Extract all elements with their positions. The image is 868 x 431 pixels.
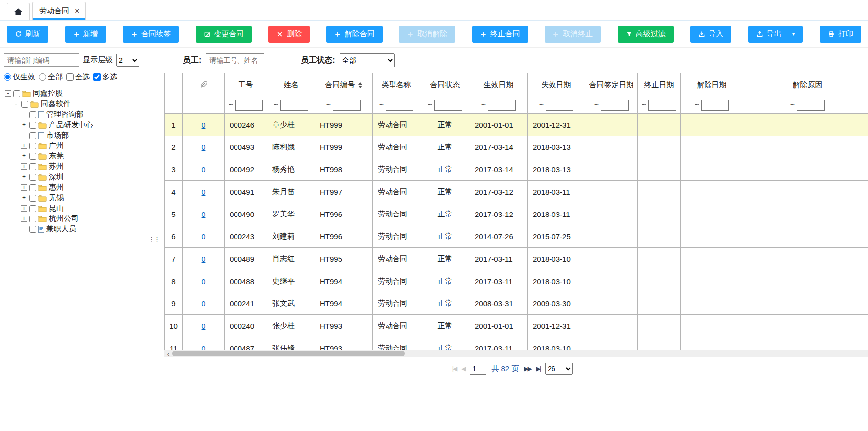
attachment-count-link[interactable]: 0 (202, 300, 206, 308)
table-row[interactable]: 50000490罗美华HT996劳动合同正常2017-03-122018-03-… (165, 203, 868, 225)
export-dropdown-caret[interactable]: ▾ (788, 31, 795, 37)
column-filter-input[interactable] (797, 100, 825, 111)
column-filter-input[interactable] (333, 100, 361, 111)
tree-node-checkbox[interactable] (29, 226, 36, 233)
page-size-select[interactable]: 26 (545, 363, 573, 375)
next-page-button[interactable]: ▶▶ (524, 365, 531, 372)
attachment-count-link[interactable]: 0 (202, 255, 206, 263)
tree-node-checkbox[interactable] (29, 216, 36, 222)
attachment-count-link[interactable]: 0 (202, 345, 206, 350)
table-row[interactable]: 60000243刘建莉HT996劳动合同正常2014-07-262015-07-… (165, 225, 868, 248)
select-all-checkbox[interactable] (66, 73, 74, 81)
column-header-start-date[interactable]: 生效日期 (470, 73, 528, 97)
scrollbar-thumb[interactable] (172, 351, 405, 356)
last-page-button[interactable]: ▶| (536, 365, 540, 372)
column-filter-input[interactable] (648, 100, 676, 111)
column-header-status[interactable]: 合同状态 (420, 73, 470, 97)
print-button[interactable]: 打印 (820, 26, 861, 43)
tab-home[interactable] (7, 3, 30, 20)
tree-node-checkbox[interactable] (29, 184, 36, 191)
table-row[interactable]: 30000492杨秀艳HT998劳动合同正常2017-03-142018-03-… (165, 158, 868, 181)
advanced-filter-button[interactable]: 高级过滤 (618, 26, 674, 43)
tree-node[interactable]: -同鑫控股 (5, 88, 147, 99)
tree-node-checkbox[interactable] (29, 132, 36, 139)
tree-node[interactable]: 兼职人员 (5, 224, 147, 234)
expand-icon[interactable]: + (21, 184, 27, 191)
column-header-sign-date[interactable]: 合同签定日期 (585, 73, 638, 97)
prev-page-button[interactable]: ◀ (461, 365, 465, 372)
horizontal-scrollbar[interactable]: ‹ (164, 350, 868, 357)
import-button[interactable]: 导入 (690, 26, 731, 43)
employee-search-input[interactable] (206, 53, 264, 67)
tree-node[interactable]: +惠州 (5, 182, 147, 193)
column-header-release-reason[interactable]: 解除原因 (743, 73, 868, 97)
export-button[interactable]: 导出 ▾ (748, 26, 803, 43)
tree-node[interactable]: +深圳 (5, 172, 147, 182)
tree-node[interactable]: 市场部 (5, 130, 147, 141)
tree-node[interactable]: +产品研发中心 (5, 120, 147, 130)
table-row[interactable]: 20000493陈利娥HT999劳动合同正常2017-03-142018-03-… (165, 136, 868, 158)
collapse-icon[interactable]: - (13, 101, 19, 107)
expand-icon[interactable]: + (21, 153, 27, 159)
tab-labor-contract[interactable]: 劳动合同 × (32, 2, 86, 20)
first-page-button[interactable]: |◀ (452, 365, 456, 372)
scroll-left-icon[interactable]: ‹ (164, 350, 172, 357)
refresh-button[interactable]: 刷新 (7, 26, 48, 43)
attachment-count-link[interactable]: 0 (202, 322, 206, 330)
tab-close-icon[interactable]: × (75, 7, 79, 15)
level-select[interactable]: 2 (116, 54, 139, 67)
expand-icon[interactable]: + (21, 195, 27, 201)
tree-node[interactable]: +苏州 (5, 161, 147, 172)
terminate-contract-button[interactable]: 终止合同 (472, 26, 528, 43)
table-row[interactable]: 80000488史继平HT994劳动合同正常2017-03-112018-03-… (165, 270, 868, 292)
delete-button[interactable]: 删除 (268, 26, 310, 43)
panel-splitter[interactable]: ⋮⋮ (150, 48, 157, 431)
renew-contract-button[interactable]: 合同续签 (123, 26, 179, 43)
expand-icon[interactable]: + (21, 143, 27, 149)
multi-select-checkbox[interactable] (93, 73, 101, 81)
tree-node-checkbox[interactable] (13, 90, 20, 97)
tree-node-checkbox[interactable] (29, 122, 36, 129)
tree-node-checkbox[interactable] (29, 143, 36, 149)
attachment-count-link[interactable]: 0 (202, 233, 206, 241)
column-header-release-date[interactable]: 解除日期 (681, 73, 743, 97)
column-filter-input[interactable] (546, 100, 573, 111)
change-contract-button[interactable]: 变更合同 (196, 26, 252, 43)
effective-only-radio[interactable] (4, 73, 11, 81)
tree-node-checkbox[interactable] (21, 101, 28, 108)
expand-icon[interactable]: + (21, 205, 27, 212)
column-filter-input[interactable] (386, 100, 413, 111)
column-filter-input[interactable] (701, 100, 729, 111)
expand-icon[interactable]: + (21, 122, 27, 128)
column-header-contract-no[interactable]: 合同编号 (315, 73, 373, 97)
tree-node[interactable]: +杭州公司 (5, 214, 147, 224)
tree-node-checkbox[interactable] (29, 163, 36, 170)
table-row[interactable]: 10000246章少桂HT999劳动合同正常2001-01-012001-12-… (165, 114, 868, 136)
attachment-count-link[interactable]: 0 (202, 121, 206, 129)
all-radio[interactable] (39, 73, 46, 81)
tree-node-checkbox[interactable] (29, 111, 36, 118)
page-number-input[interactable] (470, 363, 486, 375)
tree-node[interactable]: +无锡 (5, 193, 147, 203)
release-contract-button[interactable]: 解除合同 (326, 26, 383, 43)
expand-icon[interactable]: + (21, 174, 27, 180)
column-header-emp-id[interactable]: 工号 (225, 73, 267, 97)
column-header-name[interactable]: 姓名 (267, 73, 315, 97)
attachment-count-link[interactable]: 0 (202, 188, 206, 196)
expand-icon[interactable]: + (21, 163, 27, 170)
tree-node-checkbox[interactable] (29, 153, 36, 160)
column-header-end-date[interactable]: 失效日期 (528, 73, 585, 97)
tree-node[interactable]: +昆山 (5, 203, 147, 214)
column-filter-input[interactable] (434, 100, 462, 111)
table-row[interactable]: 40000491朱月笛HT997劳动合同正常2017-03-122018-03-… (165, 181, 868, 203)
tree-node[interactable]: -同鑫软件 (5, 99, 147, 109)
tree-node[interactable]: +广州 (5, 141, 147, 151)
tree-node-checkbox[interactable] (29, 205, 36, 212)
table-row[interactable]: 100000240张少桂HT993劳动合同正常2001-01-012001-12… (165, 315, 868, 337)
tree-node-checkbox[interactable] (29, 195, 36, 202)
column-filter-input[interactable] (235, 100, 263, 111)
add-button[interactable]: 新增 (65, 26, 106, 43)
column-header-terminate-date[interactable]: 终止日期 (638, 73, 681, 97)
attachment-count-link[interactable]: 0 (202, 278, 206, 286)
table-row[interactable]: 70000489肖志红HT995劳动合同正常2017-03-112018-03-… (165, 248, 868, 270)
